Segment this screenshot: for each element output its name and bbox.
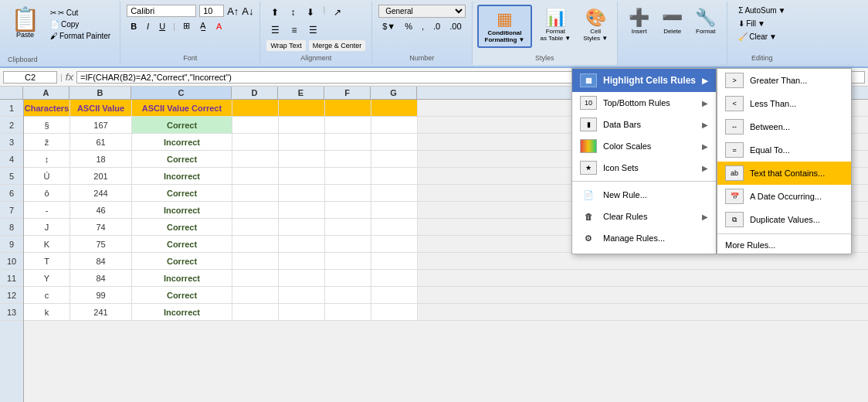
cell-B13[interactable]: 241 bbox=[70, 304, 132, 320]
cell-B6[interactable]: 244 bbox=[70, 185, 132, 201]
function-button[interactable]: fx bbox=[66, 71, 73, 83]
cell-F4[interactable] bbox=[325, 151, 371, 167]
menu-item-clear-rules[interactable]: 🗑 Clear Rules ▶ bbox=[572, 206, 716, 227]
clear-button[interactable]: 🧹 Clear ▼ bbox=[734, 31, 790, 43]
submenu-item-text-contains[interactable]: ab Text that Contains... bbox=[717, 162, 851, 185]
cell-D2[interactable] bbox=[232, 117, 279, 133]
submenu-item-greater-than[interactable]: > Greater Than... bbox=[717, 69, 851, 92]
delete-button[interactable]: ➖ Delete bbox=[657, 5, 687, 38]
cell-E2[interactable] bbox=[279, 117, 325, 133]
menu-item-manage-rules[interactable]: ⚙ Manage Rules... bbox=[572, 227, 716, 249]
conditional-formatting-button[interactable]: ▦ Conditional Formatting ▼ bbox=[477, 5, 533, 48]
cell-C13[interactable]: Incorrect bbox=[132, 304, 232, 320]
cell-A13[interactable]: k bbox=[24, 304, 70, 320]
submenu-item-equal-to[interactable]: = Equal To... bbox=[717, 138, 851, 162]
cell-G9[interactable] bbox=[371, 236, 418, 252]
cell-D10[interactable] bbox=[232, 253, 279, 269]
cell-F11[interactable] bbox=[325, 270, 371, 286]
wrap-text-button[interactable]: Wrap Text bbox=[266, 40, 305, 51]
cell-E11[interactable] bbox=[279, 270, 325, 286]
borders-button[interactable]: ⊞ bbox=[179, 19, 194, 32]
cell-G5[interactable] bbox=[371, 168, 418, 184]
menu-item-new-rule[interactable]: 📄 New Rule... bbox=[572, 184, 716, 206]
comma-button[interactable]: , bbox=[418, 20, 428, 32]
cell-B11[interactable]: 84 bbox=[70, 270, 132, 286]
cell-C10[interactable]: Correct bbox=[132, 253, 232, 269]
cell-A8[interactable]: J bbox=[24, 219, 70, 235]
cell-G1[interactable] bbox=[371, 100, 418, 116]
cell-A4[interactable]: ↕ bbox=[24, 151, 70, 167]
align-center-button[interactable]: ≡ bbox=[287, 22, 301, 38]
menu-item-color-scales[interactable]: Color Scales ▶ bbox=[572, 135, 716, 157]
cell-G7[interactable] bbox=[371, 202, 418, 218]
cell-C3[interactable]: Incorrect bbox=[132, 134, 232, 150]
cell-G12[interactable] bbox=[371, 287, 418, 303]
submenu-item-more-rules[interactable]: More Rules... bbox=[717, 237, 851, 254]
cell-C2[interactable]: Correct bbox=[132, 117, 232, 133]
underline-button[interactable]: U bbox=[155, 20, 169, 32]
cell-G11[interactable] bbox=[371, 270, 418, 286]
decrease-decimal-button[interactable]: .00 bbox=[446, 20, 465, 32]
merge-center-button[interactable]: Merge & Center bbox=[309, 40, 366, 51]
align-middle-button[interactable]: ↕ bbox=[286, 5, 300, 20]
row-num-2[interactable]: 2 bbox=[0, 117, 23, 134]
cell-F1[interactable] bbox=[325, 100, 371, 116]
autosum-button[interactable]: Σ AutoSum ▼ bbox=[734, 5, 790, 16]
cell-G3[interactable] bbox=[371, 134, 418, 150]
row-num-7[interactable]: 7 bbox=[0, 202, 23, 219]
cut-button[interactable]: ✂ ✂ Cut bbox=[47, 8, 114, 18]
cell-B12[interactable]: 99 bbox=[70, 287, 132, 303]
cell-A3[interactable]: ž bbox=[24, 134, 70, 150]
row-num-11[interactable]: 11 bbox=[0, 270, 23, 287]
percent-button[interactable]: % bbox=[401, 20, 416, 32]
dollar-button[interactable]: $▼ bbox=[378, 20, 399, 32]
format-painter-button[interactable]: 🖌 Format Painter bbox=[47, 31, 114, 41]
paste-button[interactable]: 📋 Paste bbox=[6, 5, 44, 42]
font-color-button[interactable]: A bbox=[212, 20, 225, 32]
col-header-a[interactable]: A bbox=[23, 87, 70, 99]
cell-A5[interactable]: Ú bbox=[24, 168, 70, 184]
cell-E3[interactable] bbox=[279, 134, 325, 150]
cell-E6[interactable] bbox=[279, 185, 325, 201]
cell-F5[interactable] bbox=[325, 168, 371, 184]
row-num-13[interactable]: 13 bbox=[0, 304, 23, 321]
submenu-item-less-than[interactable]: < Less Than... bbox=[717, 92, 851, 115]
col-header-e[interactable]: E bbox=[278, 87, 324, 99]
increase-decimal-button[interactable]: .0 bbox=[429, 20, 444, 32]
col-header-g[interactable]: G bbox=[371, 87, 417, 99]
cell-E7[interactable] bbox=[279, 202, 325, 218]
menu-item-highlight-cells[interactable]: ▦ Highlight Cells Rules ▶ bbox=[572, 69, 716, 92]
cell-D13[interactable] bbox=[232, 304, 279, 320]
cell-F10[interactable] bbox=[325, 253, 371, 269]
cell-D6[interactable] bbox=[232, 185, 279, 201]
cell-C7[interactable]: Incorrect bbox=[132, 202, 232, 218]
name-box[interactable] bbox=[3, 71, 57, 83]
cell-F9[interactable] bbox=[325, 236, 371, 252]
cell-B7[interactable]: 46 bbox=[70, 202, 132, 218]
menu-item-data-bars[interactable]: ▮ Data Bars ▶ bbox=[572, 114, 716, 135]
cell-G13[interactable] bbox=[371, 304, 418, 320]
cell-C11[interactable]: Incorrect bbox=[132, 270, 232, 286]
cell-E10[interactable] bbox=[279, 253, 325, 269]
cell-E4[interactable] bbox=[279, 151, 325, 167]
insert-button[interactable]: ➕ Insert bbox=[624, 5, 654, 38]
cell-F6[interactable] bbox=[325, 185, 371, 201]
row-num-9[interactable]: 9 bbox=[0, 236, 23, 253]
cell-C5[interactable]: Incorrect bbox=[132, 168, 232, 184]
align-top-button[interactable]: ⬆ bbox=[266, 5, 283, 20]
cell-A7[interactable]: - bbox=[24, 202, 70, 218]
format-as-table-button[interactable]: 📊 Format as Table ▼ bbox=[535, 5, 575, 45]
fill-color-button[interactable]: A̲ bbox=[196, 19, 210, 32]
cell-B10[interactable]: 84 bbox=[70, 253, 132, 269]
increase-font-size-button[interactable]: A↑ bbox=[227, 5, 239, 17]
row-num-6[interactable]: 6 bbox=[0, 185, 23, 202]
cell-A6[interactable]: ô bbox=[24, 185, 70, 201]
cell-D8[interactable] bbox=[232, 219, 279, 235]
cell-F7[interactable] bbox=[325, 202, 371, 218]
cell-E12[interactable] bbox=[279, 287, 325, 303]
cell-C1[interactable]: ASCII Value Correct bbox=[132, 100, 232, 116]
cell-G2[interactable] bbox=[371, 117, 418, 133]
cell-styles-button[interactable]: 🎨 Cell Styles ▼ bbox=[578, 5, 612, 45]
row-num-1[interactable]: 1 bbox=[0, 100, 23, 117]
submenu-item-between[interactable]: ↔ Between... bbox=[717, 115, 851, 138]
